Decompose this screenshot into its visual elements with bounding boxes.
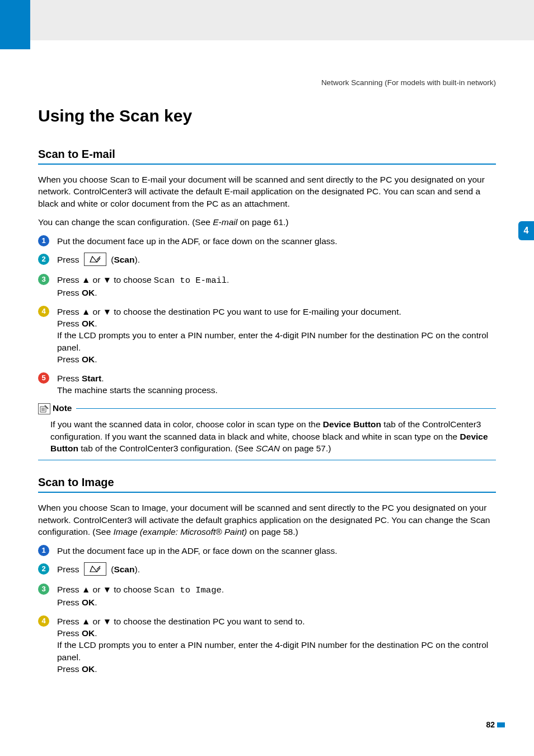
ok-label: OK <box>82 598 95 607</box>
text: Press <box>57 288 82 297</box>
text: Press <box>57 374 82 383</box>
svg-line-1 <box>97 256 100 260</box>
ok-label: OK <box>82 319 95 328</box>
svg-line-6 <box>97 566 100 570</box>
mono-text: Scan to Image <box>154 585 222 595</box>
step-text: Press ▲ or ▼ to choose Scan to Image. Pr… <box>57 584 496 609</box>
step-text: Press (Scan). <box>57 254 496 267</box>
email-step-5: 5 Press Start. The machine starts the sc… <box>38 372 496 396</box>
ok-label: OK <box>82 664 95 674</box>
heading-scan-to-image: Scan to Image <box>38 476 496 489</box>
link-email-config[interactable]: E-mail <box>213 217 237 227</box>
link-scan[interactable]: SCAN <box>256 444 280 453</box>
text: . <box>227 275 229 284</box>
svg-line-0 <box>97 258 100 262</box>
step-badge-1: 1 <box>38 545 49 556</box>
text: Press ▲ or ▼ to choose <box>57 585 154 594</box>
mono-text: Scan to E-mail <box>154 276 227 286</box>
email-step-4: 4 Press ▲ or ▼ to choose the destination… <box>38 306 496 366</box>
text: on page 57.) <box>280 444 331 453</box>
scan-key-icon <box>84 562 106 576</box>
step-text: Press ▲ or ▼ to choose Scan to E-mail. P… <box>57 274 496 299</box>
device-button-label: Device Button <box>323 419 381 429</box>
text: Press <box>57 628 82 638</box>
text: Press <box>57 564 82 574</box>
heading-rule <box>38 492 496 493</box>
email-intro: When you choose Scan to E-mail your docu… <box>38 174 496 209</box>
scan-key-icon <box>84 253 106 266</box>
email-config: You can change the scan configuration. (… <box>38 216 496 228</box>
header-blue-tab <box>0 0 30 49</box>
scan-label: Scan <box>114 255 134 264</box>
ok-label: OK <box>82 354 95 364</box>
text: Press <box>57 664 82 674</box>
top-bar <box>0 0 534 49</box>
step-text: Press ▲ or ▼ to choose the destination P… <box>57 306 496 366</box>
note-rule <box>76 408 496 409</box>
text: If you want the scanned data in color, c… <box>50 419 323 429</box>
ok-label: OK <box>82 288 95 297</box>
email-step-2: 2 Press (Scan). <box>38 254 496 267</box>
note-body: If you want the scanned data in color, c… <box>50 418 496 454</box>
text: Press <box>57 319 82 328</box>
text: Press <box>57 255 82 264</box>
text: Press <box>57 354 82 364</box>
email-step-1: 1 Put the document face up in the ADF, o… <box>38 235 496 247</box>
text: Press ▲ or ▼ to choose the destination P… <box>57 307 401 316</box>
image-step-4: 4 Press ▲ or ▼ to choose the destination… <box>38 615 496 675</box>
text: . <box>222 585 224 594</box>
step-text: Press (Scan). <box>57 563 496 577</box>
start-label: Start <box>82 374 101 383</box>
image-step-3: 3 Press ▲ or ▼ to choose Scan to Image. … <box>38 584 496 609</box>
page-number-mark <box>497 722 505 727</box>
running-header: Network Scanning (For models with built-… <box>321 78 496 87</box>
svg-line-5 <box>97 568 100 572</box>
step-badge-3: 3 <box>38 584 49 595</box>
page-title: Using the Scan key <box>38 106 496 125</box>
image-step-2: 2 Press (Scan). <box>38 563 496 577</box>
link-image-example[interactable]: Image (example: Microsoft® Paint) <box>113 527 247 536</box>
page-number: 82 <box>486 720 495 729</box>
chapter-tab: 4 <box>518 221 534 240</box>
step-badge-5: 5 <box>38 372 49 384</box>
email-step-3: 3 Press ▲ or ▼ to choose Scan to E-mail.… <box>38 274 496 299</box>
note-end-rule <box>38 460 496 460</box>
scan-label: Scan <box>114 564 134 574</box>
step-badge-2: 2 <box>38 563 49 575</box>
text: You can change the scan configuration. (… <box>38 217 213 227</box>
note-label: Note <box>53 403 72 413</box>
image-intro: When you choose Scan to Image, your docu… <box>38 502 496 538</box>
text: If the LCD prompts you to enter a PIN nu… <box>57 330 488 352</box>
text: ). <box>134 564 139 574</box>
heading-rule <box>38 164 496 165</box>
text: Press <box>57 598 82 607</box>
text: If the LCD prompts you to enter a PIN nu… <box>57 640 488 661</box>
image-step-1: 1 Put the document face up in the ADF, o… <box>38 545 496 557</box>
heading-scan-to-email: Scan to E-mail <box>38 148 496 161</box>
step-badge-1: 1 <box>38 235 49 246</box>
step-text: Press ▲ or ▼ to choose the destination P… <box>57 615 496 675</box>
text: tab of the ControlCenter3 configuration.… <box>78 444 256 453</box>
text: ). <box>134 255 139 264</box>
step-badge-4: 4 <box>38 615 49 627</box>
text: on page 58.) <box>247 527 298 536</box>
step-badge-4: 4 <box>38 306 49 317</box>
step-text: Put the document face up in the ADF, or … <box>57 235 496 247</box>
text: Press ▲ or ▼ to choose <box>57 275 154 284</box>
text: Press ▲ or ▼ to choose the destination P… <box>57 617 305 626</box>
text: on page 61.) <box>237 217 288 227</box>
step-text: Press Start. The machine starts the scan… <box>57 372 496 396</box>
step-badge-3: 3 <box>38 274 49 285</box>
note-icon <box>38 403 50 414</box>
step-text: Put the document face up in the ADF, or … <box>57 545 496 557</box>
step-badge-2: 2 <box>38 254 49 265</box>
ok-label: OK <box>82 628 95 638</box>
text: The machine starts the scanning process. <box>57 385 218 395</box>
note-header: Note <box>38 403 496 414</box>
header-gray-bar <box>0 0 534 40</box>
